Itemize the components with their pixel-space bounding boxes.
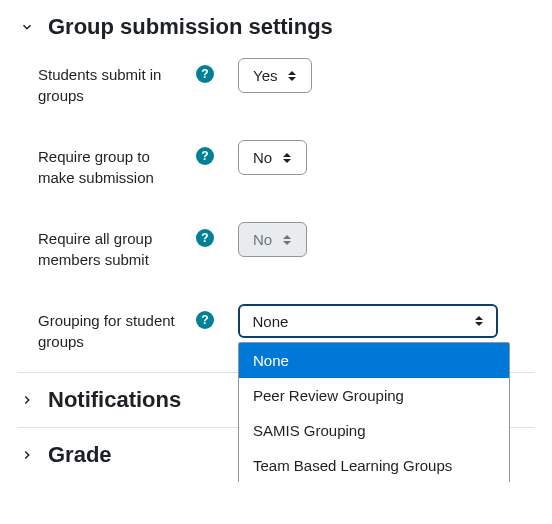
field-label: Students submit in groups: [38, 58, 188, 106]
help-icon[interactable]: ?: [196, 229, 214, 247]
select-value: No: [253, 149, 272, 166]
sort-icon: [282, 233, 292, 247]
dropdown-option-team-based[interactable]: Team Based Learning Groups: [239, 448, 509, 482]
dropdown-option-samis[interactable]: SAMIS Grouping: [239, 413, 509, 448]
chevron-down-icon: [18, 18, 36, 36]
field-grouping: Grouping for student groups ? None None …: [18, 304, 534, 352]
select-value: None: [253, 313, 289, 330]
select-students-submit[interactable]: Yes: [238, 58, 312, 93]
field-students-submit: Students submit in groups ? Yes: [18, 58, 534, 106]
sort-icon: [474, 314, 484, 328]
field-label: Require all group members submit: [38, 222, 188, 270]
select-require-all-members: No: [238, 222, 307, 257]
dropdown-option-peer-review[interactable]: Peer Review Grouping: [239, 378, 509, 413]
field-require-group: Require group to make submission ? No: [18, 140, 534, 188]
sort-icon: [287, 69, 297, 83]
section-title-group-submission: Group submission settings: [48, 14, 333, 40]
chevron-right-icon: [18, 446, 36, 464]
help-icon[interactable]: ?: [196, 65, 214, 83]
field-label: Grouping for student groups: [38, 304, 188, 352]
section-title-grade: Grade: [48, 442, 112, 468]
chevron-right-icon: [18, 391, 36, 409]
select-require-group[interactable]: No: [238, 140, 307, 175]
sort-icon: [282, 151, 292, 165]
section-title-notifications: Notifications: [48, 387, 181, 413]
section-header-group-submission[interactable]: Group submission settings: [18, 14, 534, 40]
field-label: Require group to make submission: [38, 140, 188, 188]
help-icon[interactable]: ?: [196, 147, 214, 165]
dropdown-grouping: None Peer Review Grouping SAMIS Grouping…: [238, 342, 510, 482]
field-require-all-members: Require all group members submit ? No: [18, 222, 534, 270]
help-icon[interactable]: ?: [196, 311, 214, 329]
select-value: Yes: [253, 67, 277, 84]
dropdown-option-none[interactable]: None: [239, 343, 509, 378]
select-value: No: [253, 231, 272, 248]
select-grouping[interactable]: None: [238, 304, 498, 338]
